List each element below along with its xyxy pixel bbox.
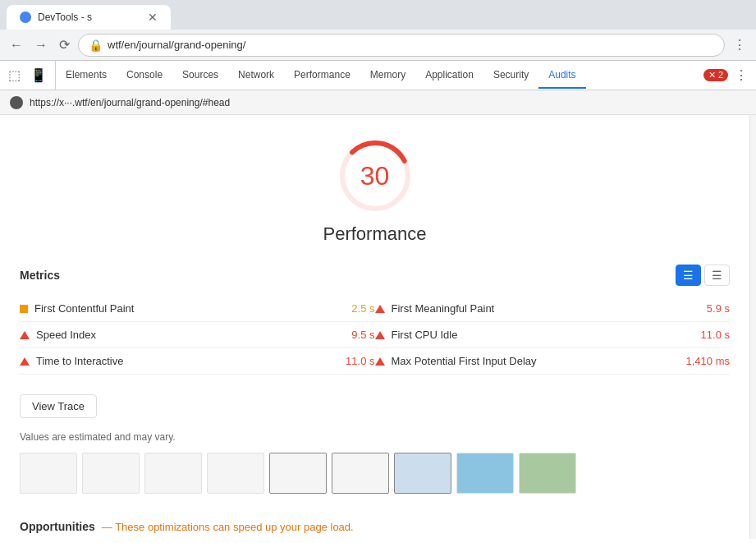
lock-icon: 🔒 (89, 39, 103, 52)
tab-audits[interactable]: Audits (538, 62, 585, 89)
screenshot-6 (394, 453, 451, 494)
tab-memory[interactable]: Memory (360, 62, 415, 89)
reload-button[interactable]: ⟳ (56, 34, 73, 56)
back-button[interactable]: ← (7, 35, 26, 56)
error-icon: ✕ (708, 70, 716, 80)
warning-icon-fcp (20, 305, 28, 313)
metric-value-fmp: 5.9 s (707, 302, 730, 315)
opp-header: Opportunities — These optimizations can … (20, 520, 730, 533)
tab-application[interactable]: Application (415, 62, 483, 89)
address-bar[interactable]: 🔒 wtf/en/journal/grand-opening/ (78, 34, 725, 57)
screenshot-7 (456, 453, 514, 494)
metric-value-fcp: 2.5 s (351, 302, 374, 315)
metrics-title: Metrics (20, 269, 60, 282)
screenshot-1 (82, 453, 140, 494)
browser-tab[interactable]: DevTools - s ✕ (7, 5, 171, 30)
list-view-button[interactable]: ☰ (704, 265, 730, 286)
metric-row-mpfid: Max Potential First Input Delay 1,410 ms (375, 348, 731, 375)
scrollbar[interactable] (749, 115, 756, 539)
tab-sources[interactable]: Sources (172, 62, 228, 89)
metric-name-mpfid: Max Potential First Input Delay (392, 355, 680, 367)
opp-desc: — These optimizations can speed up your … (102, 521, 354, 533)
devtools-icons: ⬚ 📱 (7, 61, 56, 90)
metrics-section: Metrics ☰ ☰ First Contentful Paint 2.5 s… (0, 258, 749, 513)
score-number: 30 (360, 161, 390, 191)
view-trace-button[interactable]: View Trace (20, 394, 97, 418)
nav-right: ✕ 2 ⋮ (697, 66, 749, 85)
metric-name-fcp: First Contentful Paint (34, 302, 345, 315)
score-circle: 30 (334, 135, 416, 217)
page-favicon (10, 96, 23, 109)
error-icon-si (20, 331, 30, 339)
extensions-button[interactable]: ⋮ (730, 34, 749, 56)
browser-toolbar: ← → ⟳ 🔒 wtf/en/journal/grand-opening/ ⋮ (0, 30, 756, 61)
error-icon-tti (20, 357, 30, 366)
tab-close-icon[interactable]: ✕ (148, 12, 158, 23)
audits-panel: 30 Performance Metrics ☰ ☰ First Content… (0, 115, 749, 539)
screenshot-5 (332, 453, 389, 494)
metric-value-si: 9.5 s (351, 329, 374, 341)
forward-button[interactable]: → (31, 35, 51, 56)
note-text: Values are estimated and may vary. (20, 431, 730, 443)
screenshot-8 (519, 453, 576, 494)
error-icon-mpfid (375, 357, 385, 366)
metric-row-fci: First CPU Idle 11.0 s (375, 322, 731, 348)
metric-value-tti: 11.0 s (346, 355, 374, 367)
metric-row-fcp: First Contentful Paint 2.5 s (20, 296, 375, 322)
settings-icon[interactable]: ⋮ (733, 66, 749, 85)
metric-name-fmp: First Meaningful Paint (392, 302, 700, 315)
tab-security[interactable]: Security (483, 62, 538, 89)
metrics-grid: First Contentful Paint 2.5 s First Meani… (20, 296, 730, 375)
devtools-nav: ⬚ 📱 Elements Console Sources Network Per… (0, 61, 756, 90)
opp-title: Opportunities (20, 520, 95, 533)
screenshot-0 (20, 453, 77, 494)
metric-row-fmp: First Meaningful Paint 5.9 s (375, 296, 731, 322)
metric-name-si: Speed Index (36, 329, 345, 341)
screenshot-2 (144, 453, 202, 494)
grid-view-button[interactable]: ☰ (676, 265, 701, 286)
error-badge: ✕ 2 (703, 69, 728, 81)
metric-value-mpfid: 1,410 ms (686, 355, 730, 367)
screenshot-3 (207, 453, 264, 494)
tab-favicon (20, 12, 31, 23)
tab-elements[interactable]: Elements (56, 62, 117, 89)
tab-console[interactable]: Console (117, 62, 172, 89)
tab-title: DevTools - s (38, 12, 141, 23)
score-label: Performance (323, 223, 427, 245)
metric-name-tti: Time to Interactive (36, 355, 339, 367)
page-url: https://x···.wtf/en/journal/grand-openin… (30, 97, 230, 108)
metric-name-fci: First CPU Idle (392, 329, 694, 341)
score-section: 30 Performance (0, 115, 749, 258)
metric-row-si: Speed Index 9.5 s (20, 322, 375, 348)
tab-network[interactable]: Network (228, 62, 284, 89)
inspector-icon[interactable]: ⬚ (7, 66, 22, 85)
address-text: wtf/en/journal/grand-opening/ (108, 39, 714, 51)
metric-row-tti: Time to Interactive 11.0 s (20, 348, 375, 375)
screenshot-strip (20, 453, 730, 494)
url-bar: https://x···.wtf/en/journal/grand-openin… (0, 90, 756, 115)
device-icon[interactable]: 📱 (29, 66, 48, 85)
devtools-tabs: Elements Console Sources Network Perform… (56, 62, 697, 89)
tab-performance[interactable]: Performance (284, 62, 360, 89)
screenshot-4 (269, 453, 327, 494)
error-icon-fci (375, 331, 385, 339)
metric-value-fci: 11.0 s (701, 329, 730, 341)
view-toggle: ☰ ☰ (676, 265, 730, 286)
metrics-header: Metrics ☰ ☰ (20, 265, 730, 286)
trace-section: View Trace (20, 384, 730, 428)
error-icon-fmp (375, 305, 385, 313)
opportunities-section: Opportunities — These optimizations can … (0, 513, 749, 539)
